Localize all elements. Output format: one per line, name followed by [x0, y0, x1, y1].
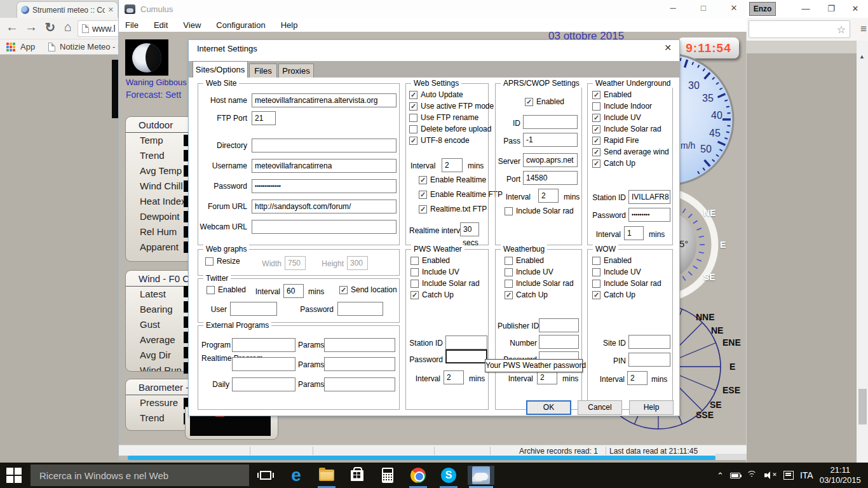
- wifi-icon[interactable]: [747, 471, 758, 480]
- checkbox-box[interactable]: ✓: [525, 98, 533, 106]
- host-name-field[interactable]: meteovillafrancatirrena.altervista.org: [252, 93, 397, 107]
- realtime-program-field[interactable]: [232, 357, 295, 371]
- wb-interval-field[interactable]: 2: [537, 370, 557, 384]
- directory-field[interactable]: [252, 139, 397, 152]
- checkbox-box[interactable]: [410, 280, 419, 288]
- taskbar-search[interactable]: Ricerca in Windows e nel Web: [31, 464, 249, 486]
- checkbox-rapid-fire[interactable]: ✓Rapid Fire: [592, 136, 669, 145]
- bookmark-apps-label[interactable]: App: [20, 42, 35, 51]
- checkbox-box[interactable]: [410, 257, 419, 265]
- checkbox-box[interactable]: [410, 268, 419, 276]
- file-explorer-icon[interactable]: [315, 466, 338, 484]
- enzo-address-bar[interactable]: ☆: [749, 20, 850, 38]
- checkbox-box[interactable]: ✓: [592, 114, 600, 122]
- checkbox-box[interactable]: ✓: [419, 191, 427, 199]
- checkbox-box[interactable]: ✓: [409, 137, 417, 145]
- ws-interval-field[interactable]: 2: [442, 158, 463, 172]
- bookmark-star-icon[interactable]: ☆: [837, 24, 846, 36]
- minimize-icon[interactable]: ─: [659, 0, 687, 17]
- password-field[interactable]: •••••••••••••: [252, 179, 397, 193]
- tab-sites-options[interactable]: Sites/Options: [193, 61, 248, 78]
- tab-proxies[interactable]: Proxies: [278, 64, 314, 78]
- checkbox-box[interactable]: [592, 257, 600, 265]
- checkbox-box[interactable]: [592, 102, 600, 111]
- checkbox-box[interactable]: ✓: [592, 137, 600, 145]
- scroll-up-icon[interactable]: ▲: [859, 53, 865, 60]
- checkbox-box[interactable]: [409, 125, 417, 133]
- checkbox-include-uv[interactable]: Include UV: [592, 268, 661, 276]
- checkbox-box[interactable]: ✓: [592, 148, 600, 156]
- twitter-interval-field[interactable]: 60: [283, 284, 304, 298]
- checkbox-box[interactable]: ✓: [409, 102, 417, 111]
- checkbox-box[interactable]: [505, 207, 513, 215]
- twitter-user-field[interactable]: [230, 302, 277, 316]
- aprs-interval-field[interactable]: 2: [538, 189, 559, 203]
- scrollbar-thumb[interactable]: [858, 389, 867, 424]
- checkbox-box[interactable]: ✓: [410, 291, 419, 299]
- checkbox-include-solar-rad[interactable]: Include Solar rad: [505, 279, 574, 288]
- checkbox-box[interactable]: [409, 114, 417, 122]
- home-icon[interactable]: ⌂: [60, 20, 76, 34]
- aprs-pass-field[interactable]: -1: [523, 133, 578, 147]
- checkbox-enabled[interactable]: Enabled: [410, 256, 480, 265]
- store-icon[interactable]: [346, 466, 369, 484]
- minimize-icon[interactable]: —: [796, 1, 815, 17]
- checkbox-include-uv[interactable]: ✓Include UV: [592, 113, 669, 122]
- checkbox-enable-realtime-ftp[interactable]: ✓Enable Realtime FTP: [419, 190, 503, 199]
- volume-muted-icon[interactable]: ✕: [764, 471, 777, 480]
- close-icon[interactable]: ✕: [720, 0, 748, 17]
- checkbox-include-indoor[interactable]: Include Indoor: [592, 102, 669, 111]
- checkbox-enabled[interactable]: ✓Enabled: [525, 97, 564, 106]
- aprs-server-field[interactable]: cwop.aprs.net: [523, 153, 578, 167]
- menu-hamburger-icon[interactable]: ≡: [860, 23, 867, 36]
- enzo-scrollbar[interactable]: ▲: [857, 41, 868, 463]
- wu-password-field[interactable]: •••••••••: [628, 208, 670, 222]
- forum-url-field[interactable]: http://sandaysoft.com/forum/: [252, 200, 397, 214]
- wow-pin-field[interactable]: [628, 353, 670, 367]
- tray-clock[interactable]: 21:11 03/10/2015: [820, 465, 861, 485]
- menu-help[interactable]: Help: [281, 20, 298, 30]
- wu-station-field[interactable]: IVILLAFR8: [628, 190, 670, 204]
- checkbox-auto-update[interactable]: ✓Auto Update: [409, 90, 494, 99]
- ftp-port-field[interactable]: 21: [252, 111, 276, 125]
- pws-interval-field[interactable]: 2: [444, 370, 464, 384]
- checkbox-box[interactable]: [592, 280, 600, 288]
- maximize-icon[interactable]: □: [689, 0, 717, 17]
- height-field[interactable]: 300: [347, 256, 368, 270]
- tray-chevron-icon[interactable]: ⌃: [717, 471, 724, 480]
- wu-interval-field[interactable]: 1: [624, 226, 644, 240]
- checkbox-enabled[interactable]: Enabled: [592, 256, 661, 265]
- calculator-icon[interactable]: [376, 466, 399, 484]
- checkbox-box[interactable]: ✓: [592, 159, 600, 168]
- checkbox-enabled[interactable]: Enabled: [207, 285, 246, 294]
- browser-tab[interactable]: Strumenti meteo :: Costru ✕: [17, 1, 118, 18]
- checkbox-include-solar-rad[interactable]: Include Solar rad: [592, 279, 661, 288]
- checkbox-box[interactable]: [505, 257, 513, 265]
- checkbox-box[interactable]: ✓: [592, 125, 600, 133]
- checkbox-box[interactable]: [505, 268, 513, 276]
- checkbox-box[interactable]: ✓: [505, 291, 513, 299]
- wb-publisher-field[interactable]: [539, 318, 579, 332]
- tab-files[interactable]: Files: [249, 64, 277, 78]
- checkbox-box[interactable]: [205, 257, 214, 266]
- menu-edit[interactable]: Edit: [154, 20, 168, 30]
- daily-params-field[interactable]: [324, 377, 395, 391]
- checkbox-include-solar-rad[interactable]: Include Solar rad: [410, 279, 480, 288]
- checkbox-box[interactable]: ✓: [409, 91, 417, 99]
- close-icon[interactable]: ✕: [846, 1, 865, 17]
- checkbox-realtime-txt-ftp[interactable]: ✓Realtime.txt FTP: [419, 205, 503, 214]
- reload-icon[interactable]: ↻: [42, 20, 58, 35]
- checkbox-delete-before-upload[interactable]: Delete before upload: [409, 125, 494, 133]
- checkbox-include-uv[interactable]: Include UV: [410, 268, 480, 276]
- forward-icon[interactable]: →: [23, 20, 39, 34]
- checkbox-enabled[interactable]: Enabled: [505, 256, 574, 265]
- checkbox-catch-up[interactable]: ✓Catch Up: [505, 290, 574, 299]
- checkbox-box[interactable]: ✓: [592, 291, 600, 299]
- checkbox-catch-up[interactable]: ✓Catch Up: [410, 290, 480, 299]
- menu-file[interactable]: File: [125, 20, 139, 30]
- task-view-icon[interactable]: [254, 466, 277, 484]
- tab-close-icon[interactable]: ✕: [108, 6, 114, 14]
- action-center-icon[interactable]: [783, 471, 794, 480]
- checkbox-enabled[interactable]: ✓Enabled: [592, 90, 669, 99]
- wow-site-field[interactable]: [628, 335, 670, 349]
